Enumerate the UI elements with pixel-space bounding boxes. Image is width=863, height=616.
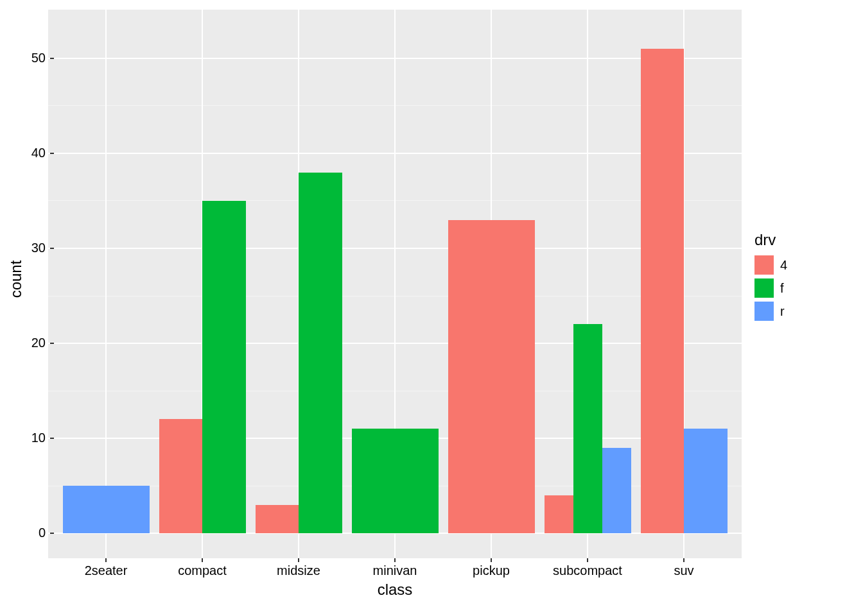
legend-swatch — [754, 255, 774, 275]
y-tick: 10 — [48, 438, 52, 442]
y-tick-label: 20 — [20, 336, 46, 350]
bar — [448, 220, 535, 534]
bar — [573, 324, 602, 533]
x-tick-label: compact — [178, 563, 227, 578]
y-axis-title: count — [6, 0, 26, 558]
bar — [602, 448, 631, 533]
bar — [641, 49, 684, 533]
legend-items: 4fr — [754, 255, 787, 321]
x-tick-label: minivan — [373, 563, 417, 578]
y-axis-title-text: count — [7, 261, 25, 298]
legend-swatch-color — [754, 302, 774, 321]
x-axis-title: class — [48, 581, 742, 599]
legend-title: drv — [754, 231, 787, 249]
y-tick: 40 — [48, 153, 52, 157]
y-tick-label: 0 — [20, 526, 46, 540]
legend: drv 4fr — [754, 231, 787, 325]
y-tick-label: 50 — [20, 51, 46, 65]
legend-label: r — [780, 304, 785, 319]
y-tick: 30 — [48, 248, 52, 252]
legend-item: f — [754, 278, 787, 298]
gridline-x-major — [105, 10, 107, 558]
x-tick-label: subcompact — [553, 563, 622, 578]
legend-swatch — [754, 278, 774, 298]
x-axis-title-text: class — [378, 581, 413, 598]
legend-swatch-color — [754, 278, 774, 298]
bar — [63, 486, 150, 533]
y-tick-label: 30 — [20, 241, 46, 255]
chart-container: count class 01020304050 2seatercompactmi… — [0, 0, 863, 616]
legend-label: 4 — [780, 258, 787, 273]
legend-item: 4 — [754, 255, 787, 275]
bar — [545, 495, 573, 533]
x-tick-label: pickup — [473, 563, 510, 578]
y-tick: 50 — [48, 58, 52, 62]
y-tick: 0 — [48, 533, 52, 537]
bar — [299, 173, 342, 534]
legend-label: f — [780, 281, 784, 296]
legend-swatch-color — [754, 255, 774, 275]
bar — [202, 201, 246, 533]
legend-item: r — [754, 302, 787, 321]
x-tick-label: midsize — [277, 563, 320, 578]
y-tick-label: 40 — [20, 146, 46, 160]
x-tick-label: 2seater — [85, 563, 128, 578]
bar — [684, 429, 728, 533]
bar — [256, 505, 299, 533]
x-tick-label: suv — [674, 563, 693, 578]
y-tick: 20 — [48, 343, 52, 347]
bar — [159, 419, 203, 533]
legend-swatch — [754, 302, 774, 321]
plot-panel — [48, 10, 742, 558]
y-tick-label: 10 — [20, 431, 46, 445]
bar — [352, 429, 439, 533]
